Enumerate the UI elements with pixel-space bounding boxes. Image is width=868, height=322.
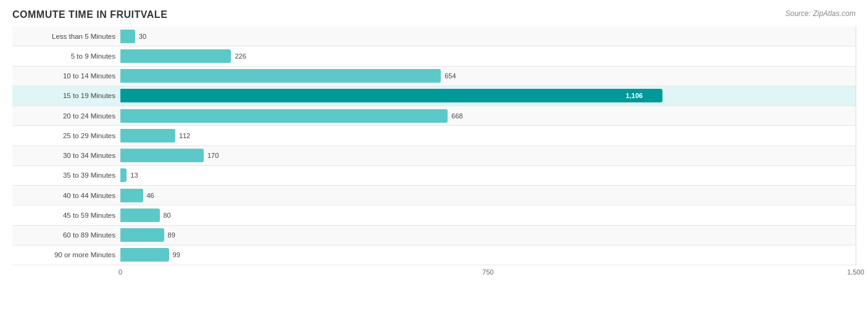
bar-label: 40 to 44 Minutes: [12, 192, 120, 199]
bar-fill: [120, 248, 169, 262]
axis-label: 0: [119, 268, 122, 276]
bar-label: 25 to 29 Minutes: [12, 132, 120, 139]
bar-track: 112: [120, 129, 856, 142]
bar-value: 112: [179, 132, 190, 139]
bar-fill: [120, 69, 441, 83]
bar-label: 30 to 34 Minutes: [12, 152, 120, 159]
bar-fill: [120, 49, 231, 63]
axis-area: 07501,500: [120, 265, 856, 284]
bar-fill: [120, 208, 160, 222]
bar-value: 1,106: [626, 92, 643, 99]
bar-track: 668: [120, 109, 856, 123]
bar-label: 10 to 14 Minutes: [12, 72, 120, 80]
bar-label: 90 or more Minutes: [12, 251, 120, 258]
bar-label: Less than 5 Minutes: [12, 33, 120, 40]
bar-value: 30: [139, 33, 146, 40]
bar-track: 89: [120, 228, 856, 242]
bar-track: 13: [120, 168, 856, 182]
bar-row: 5 to 9 Minutes226: [12, 46, 856, 66]
bar-value: 46: [146, 192, 154, 199]
chart-body: Less than 5 Minutes305 to 9 Minutes22610…: [12, 27, 856, 284]
bar-track: 170: [120, 149, 856, 162]
bar-label: 20 to 24 Minutes: [12, 112, 120, 120]
bar-label: 60 to 89 Minutes: [12, 231, 120, 239]
axis-label: 750: [482, 268, 493, 276]
bar-track: 30: [120, 30, 856, 43]
bar-label: 5 to 9 Minutes: [12, 52, 120, 60]
bar-row: 20 to 24 Minutes668: [12, 106, 856, 126]
bar-row: 25 to 29 Minutes112: [12, 126, 856, 146]
bar-value: 226: [235, 52, 246, 60]
bar-row: 30 to 34 Minutes170: [12, 146, 856, 166]
bar-fill: [120, 109, 448, 123]
bar-row: 45 to 59 Minutes80: [12, 205, 856, 225]
chart-header: COMMUTE TIME IN FRUITVALE Source: ZipAtl…: [12, 9, 856, 20]
bar-row: 40 to 44 Minutes46: [12, 186, 856, 205]
bar-row: Less than 5 Minutes30: [12, 27, 856, 46]
bar-track: 226: [120, 49, 856, 63]
grid-line-1500: [856, 27, 856, 265]
bar-label: 15 to 19 Minutes: [12, 92, 120, 99]
bar-label: 35 to 39 Minutes: [12, 171, 120, 179]
bar-value: 170: [207, 152, 219, 159]
bar-value: 668: [451, 112, 462, 120]
bar-value: 89: [168, 231, 175, 239]
bar-track: 80: [120, 208, 856, 222]
bar-row: 15 to 19 Minutes1,106: [12, 86, 856, 106]
chart-title: COMMUTE TIME IN FRUITVALE: [12, 9, 167, 20]
bar-fill: [120, 149, 204, 162]
bar-row: 10 to 14 Minutes654: [12, 67, 856, 86]
bar-track: 46: [120, 189, 856, 202]
chart-container: COMMUTE TIME IN FRUITVALE Source: ZipAtl…: [0, 0, 868, 322]
bar-label: 45 to 59 Minutes: [12, 212, 120, 219]
bar-row: 35 to 39 Minutes13: [12, 166, 856, 186]
bar-row: 60 to 89 Minutes89: [12, 226, 856, 246]
chart-source: Source: ZipAtlas.com: [785, 9, 856, 18]
bar-fill: [120, 168, 127, 182]
bar-track: 1,106: [120, 89, 856, 102]
bar-value: 99: [173, 251, 180, 258]
bar-value: 13: [130, 171, 138, 179]
bars-area: Less than 5 Minutes305 to 9 Minutes22610…: [12, 27, 856, 265]
bar-row: 90 or more Minutes99: [12, 246, 856, 265]
bar-track: 99: [120, 248, 856, 262]
bar-value: 80: [163, 212, 170, 219]
bar-fill: [120, 189, 143, 202]
bar-fill: [120, 30, 135, 43]
bar-track: 654: [120, 69, 856, 83]
bar-value: 654: [444, 72, 456, 80]
bar-fill: [120, 129, 175, 142]
bar-fill: [120, 228, 164, 242]
axis-label: 1,500: [847, 268, 864, 276]
bar-fill: [120, 89, 662, 102]
